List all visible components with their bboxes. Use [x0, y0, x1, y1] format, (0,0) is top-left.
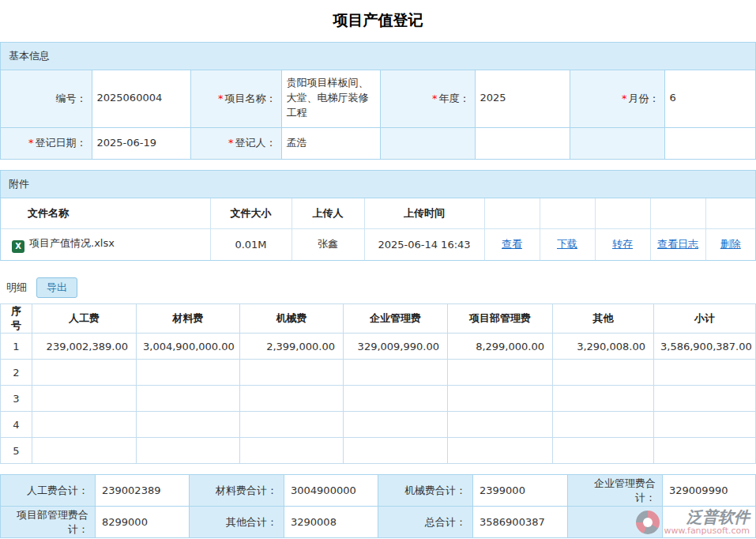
basic-info-section: 基本信息 编号： 2025060004 *项目名称： 贵阳项目样板间、大堂、电梯…: [0, 42, 756, 160]
details-header-row: 序号 人工费 材料费 机械费 企业管理费 项目部管理费 其他 小计: [1, 304, 756, 334]
subtotal-header: 小计: [654, 304, 756, 334]
labor-total-value: 239002389: [96, 475, 190, 507]
attachment-uploader: 张鑫: [291, 228, 364, 260]
project-dept-mgmt-total-label: 项目部管理费合计：: [1, 507, 96, 538]
actions-header-empty: [650, 198, 705, 228]
actions-header-empty: [705, 198, 755, 228]
other-total-value: 3290008: [284, 507, 378, 538]
actions-header-empty: [484, 198, 540, 228]
machine-total-label: 机械费合计：: [378, 475, 473, 507]
project-dept-mgmt-total-value: 8299000: [96, 507, 190, 538]
material-total-value: 3004900000: [284, 475, 378, 507]
fanpu-logo-icon: [636, 511, 660, 534]
basic-info-title: 基本信息: [9, 50, 50, 62]
actions-header-empty: [540, 198, 595, 228]
basic-info-header: 基本信息: [1, 43, 755, 70]
registrant-value: 孟浩: [281, 127, 380, 159]
grand-total-label: 总合计：: [378, 507, 473, 538]
number-value: 2025060004: [92, 70, 190, 127]
detail-row: 1 239,002,389.00 3,004,900,000.00 2,399,…: [1, 334, 756, 360]
basic-info-table: 编号： 2025060004 *项目名称： 贵阳项目样板间、大堂、电梯厅装修工程…: [1, 70, 755, 159]
file-name-header: 文件名称: [1, 198, 210, 228]
required-asterisk: *: [28, 137, 34, 149]
month-value: 6: [664, 70, 755, 127]
required-asterisk: *: [622, 92, 627, 104]
view-link[interactable]: 查看: [502, 238, 522, 250]
actions-header-empty: [595, 198, 650, 228]
project-name-value: 贵阳项目样板间、大堂、电梯厅装修工程: [281, 70, 380, 127]
details-section: 明细 导出 序号 人工费 材料费 机械费 企业管理费 项目部管理费 其他 小计 …: [0, 271, 756, 464]
attachment-file-name: X项目产值情况.xlsx: [1, 228, 210, 260]
year-value: 2025: [475, 70, 570, 127]
material-total-label: 材料费合计：: [190, 475, 284, 507]
attachment-row: X项目产值情况.xlsx 0.01M 张鑫 2025-06-14 16:43 查…: [1, 228, 755, 260]
registrant-label: *登记人：: [190, 127, 281, 159]
details-title: 明细: [6, 281, 27, 295]
empty-value-cell: [664, 127, 755, 159]
vendor-watermark: 泛普软件 www.fanpusoft.com: [636, 509, 750, 536]
detail-row: 4: [1, 412, 756, 438]
required-asterisk: *: [218, 92, 224, 104]
project-dept-mgmt-header: 项目部管理费: [448, 304, 553, 334]
attachment-file-size: 0.01M: [210, 228, 291, 260]
detail-row: 5: [1, 438, 756, 464]
grand-total-value: 3586900387: [473, 507, 568, 538]
attachments-title: 附件: [9, 178, 29, 190]
download-link[interactable]: 下载: [557, 238, 577, 250]
empty-value-cell: [475, 127, 570, 159]
export-button[interactable]: 导出: [36, 277, 77, 298]
required-asterisk: *: [228, 137, 234, 149]
required-asterisk: *: [432, 92, 438, 104]
other-total-label: 其他合计：: [190, 507, 284, 538]
labor-total-label: 人工费合计：: [1, 475, 96, 507]
detail-row: 2: [1, 360, 756, 386]
details-table: 序号 人工费 材料费 机械费 企业管理费 项目部管理费 其他 小计 1 239,…: [0, 303, 756, 464]
empty-label-cell: [570, 127, 664, 159]
delete-link[interactable]: 删除: [720, 238, 741, 250]
uploader-header: 上传人: [291, 198, 364, 228]
attachments-table: 文件名称 文件大小 上传人 上传时间 X项目产值情况.xlsx 0.01M 张鑫…: [1, 198, 755, 260]
page-root: 项目产值登记 基本信息 编号： 2025060004 *项目名称： 贵阳项目样板…: [0, 0, 756, 538]
enterprise-mgmt-total-value: 329009990: [663, 475, 756, 507]
basic-info-row-2: *登记日期： 2025-06-19 *登记人： 孟浩: [1, 127, 755, 159]
project-name-label: *项目名称：: [190, 70, 281, 127]
reg-date-value: 2025-06-19: [92, 127, 190, 159]
month-label: *月份：: [570, 70, 664, 127]
details-toolbar: 明细 导出: [0, 271, 756, 303]
number-label: 编号：: [1, 70, 92, 127]
reg-date-label: *登记日期：: [1, 127, 92, 159]
upload-time-header: 上传时间: [364, 198, 484, 228]
summary-row-1: 人工费合计： 239002389 材料费合计： 3004900000 机械费合计…: [1, 475, 756, 507]
attachments-section: 附件 文件名称 文件大小 上传人 上传时间 X项目产值情况.xlsx: [0, 170, 756, 261]
enterprise-mgmt-header: 企业管理费: [344, 304, 448, 334]
material-header: 材料费: [137, 304, 240, 334]
attachment-upload-time: 2025-06-14 16:43: [364, 228, 484, 260]
basic-info-row-1: 编号： 2025060004 *项目名称： 贵阳项目样板间、大堂、电梯厅装修工程…: [1, 70, 755, 127]
year-label: *年度：: [380, 70, 475, 127]
watermark-site: www.fanpusoft.com: [664, 526, 750, 536]
other-header: 其他: [553, 304, 654, 334]
empty-label-cell: [380, 127, 475, 159]
excel-file-icon: X: [12, 240, 24, 253]
detail-row: 3: [1, 386, 756, 412]
watermark-brand: 泛普软件: [686, 509, 750, 526]
enterprise-mgmt-total-label: 企业管理费合计：: [568, 475, 663, 507]
view-log-link[interactable]: 查看日志: [657, 238, 698, 250]
page-title: 项目产值登记: [0, 0, 756, 42]
machine-total-value: 2399000: [473, 475, 568, 507]
save-as-link[interactable]: 转存: [612, 238, 633, 250]
attachments-header: 附件: [1, 171, 755, 198]
attachments-header-row: 文件名称 文件大小 上传人 上传时间: [1, 198, 755, 228]
labor-header: 人工费: [32, 304, 137, 334]
machine-header: 机械费: [240, 304, 344, 334]
seq-header: 序号: [1, 304, 32, 334]
file-size-header: 文件大小: [210, 198, 291, 228]
